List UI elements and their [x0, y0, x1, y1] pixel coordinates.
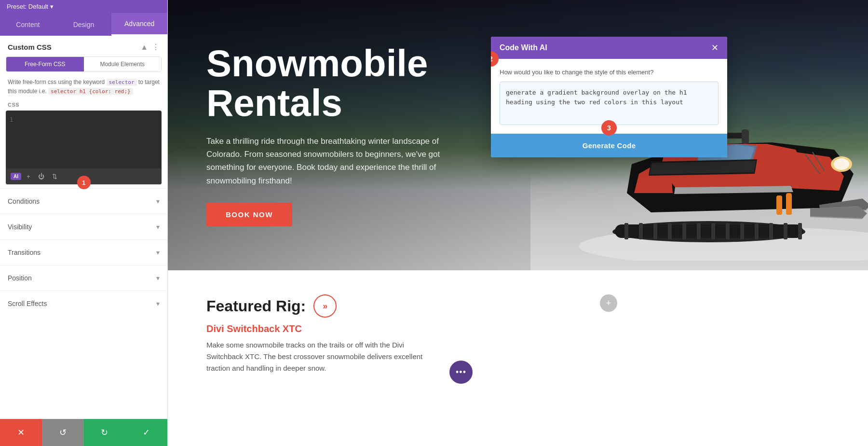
- svg-rect-9: [711, 223, 715, 239]
- scroll-effects-header[interactable]: Scroll Effects ▾: [0, 291, 167, 316]
- svg-rect-3: [624, 223, 628, 239]
- svg-rect-4: [639, 223, 643, 239]
- ai-modal-header: Code With AI ✕: [491, 37, 727, 59]
- svg-point-17: [834, 158, 849, 170]
- visibility-chevron: ▾: [156, 223, 160, 231]
- position-header[interactable]: Position ▾: [0, 265, 167, 291]
- hero-subtitle: Take a thrilling ride through the breath…: [206, 135, 467, 187]
- ai-tool-button[interactable]: AI: [11, 173, 21, 180]
- svg-rect-8: [697, 223, 701, 239]
- undo-button[interactable]: ↺: [42, 419, 84, 446]
- position-chevron: ▾: [156, 274, 160, 282]
- add-element-button[interactable]: +: [600, 294, 617, 312]
- svg-rect-22: [776, 195, 782, 215]
- tab-advanced[interactable]: Advanced: [111, 13, 167, 36]
- preset-label: Preset: Default: [7, 3, 48, 10]
- svg-rect-5: [653, 223, 657, 239]
- svg-rect-10: [726, 223, 730, 239]
- ai-modal-close-button[interactable]: ✕: [711, 43, 719, 52]
- tab-design[interactable]: Design: [56, 13, 112, 36]
- collapse-icon[interactable]: ▲: [140, 43, 148, 52]
- redo-button[interactable]: ↻: [84, 419, 126, 446]
- position-title: Position: [8, 274, 32, 282]
- svg-rect-7: [682, 223, 686, 239]
- more-options-button[interactable]: •••: [449, 361, 473, 384]
- save-button[interactable]: ✓: [125, 419, 167, 446]
- featured-section: Featured Rig: » Divi Switchback XTC Make…: [168, 270, 868, 398]
- cancel-button[interactable]: ✕: [0, 419, 42, 446]
- svg-rect-11: [740, 223, 744, 239]
- step3-badge: 3: [601, 120, 617, 136]
- conditions-title: Conditions: [8, 197, 40, 205]
- custom-css-title: Custom CSS: [8, 43, 52, 51]
- hero-text: SnowmobileRentals Take a thrilling ride …: [168, 15, 505, 255]
- hero-title: SnowmobileRentals: [206, 44, 467, 123]
- css-textarea[interactable]: [18, 115, 158, 164]
- section-header-icons: ▲ ⋮: [140, 42, 160, 52]
- svg-rect-15: [798, 223, 802, 239]
- desc-prefix: Write free-form css using the keyword: [8, 79, 105, 85]
- keyword-selector: selector: [107, 79, 137, 86]
- add-tool-button[interactable]: +: [24, 171, 33, 181]
- panel-content: Custom CSS ▲ ⋮ Free-Form CSS Module Elem…: [0, 36, 167, 446]
- transitions-section: Transitions ▾: [0, 239, 167, 265]
- bottom-bar: ✕ ↺ ↻ ✓: [0, 419, 167, 446]
- transitions-header[interactable]: Transitions ▾: [0, 240, 167, 265]
- css-description: Write free-form css using the keyword se…: [0, 78, 167, 102]
- css-editor: 1 AI + ⏻ ⇅ 1: [6, 111, 162, 184]
- generate-code-button[interactable]: Generate Code: [491, 134, 727, 157]
- book-now-button[interactable]: BOOK NOW: [206, 203, 292, 226]
- sub-tab-elements[interactable]: Module Elements: [84, 57, 162, 71]
- svg-rect-2: [615, 224, 803, 238]
- transitions-title: Transitions: [8, 249, 41, 256]
- main-content: SnowmobileRentals Take a thrilling ride …: [168, 0, 868, 446]
- svg-rect-14: [784, 223, 787, 239]
- sub-tab-freeform[interactable]: Free-Form CSS: [6, 57, 84, 71]
- tabs-row: Content Design Advanced: [0, 13, 167, 36]
- position-section: Position ▾: [0, 265, 167, 291]
- custom-css-header: Custom CSS ▲ ⋮: [0, 36, 167, 56]
- ai-modal-footer: 3 Generate Code: [491, 127, 727, 157]
- more-icon[interactable]: ⋮: [152, 42, 160, 52]
- transitions-chevron: ▾: [156, 249, 160, 256]
- visibility-title: Visibility: [8, 223, 32, 231]
- conditions-section: Conditions ▾: [0, 188, 167, 214]
- svg-rect-12: [755, 223, 759, 239]
- conditions-header[interactable]: Conditions ▾: [0, 189, 167, 214]
- visibility-header[interactable]: Visibility ▾: [0, 214, 167, 239]
- featured-name: Divi Switchback XTC: [206, 323, 829, 334]
- svg-rect-20: [742, 129, 749, 144]
- preset-chevron: ▾: [50, 3, 54, 10]
- svg-rect-21: [786, 193, 792, 215]
- svg-rect-13: [769, 223, 773, 239]
- scroll-effects-chevron: ▾: [156, 300, 160, 307]
- arrows-tool-button[interactable]: ⇅: [50, 171, 60, 181]
- css-label: CSS: [0, 102, 167, 111]
- featured-description: Make some snowmobile tracks on the trail…: [206, 339, 438, 374]
- ai-modal-body: How would you like to change the style o…: [491, 59, 727, 127]
- tab-content[interactable]: Content: [0, 13, 56, 36]
- double-arrow-icon: »: [313, 294, 337, 318]
- ai-question-text: How would you like to change the style o…: [500, 69, 719, 76]
- visibility-section: Visibility ▾: [0, 214, 167, 239]
- preset-bar[interactable]: Preset: Default ▾: [0, 0, 167, 13]
- power-tool-button[interactable]: ⏻: [36, 171, 47, 181]
- left-panel: Preset: Default ▾ Content Design Advance…: [0, 0, 168, 446]
- step1-badge: 1: [77, 176, 91, 189]
- example-code: selector h1 {color: red;}: [48, 88, 133, 95]
- ai-prompt-textarea[interactable]: generate a gradient background overlay o…: [500, 82, 719, 125]
- ai-modal: Code With AI ✕ 2 How would you like to c…: [491, 37, 727, 157]
- conditions-chevron: ▾: [156, 197, 160, 205]
- svg-rect-6: [668, 223, 672, 239]
- scroll-effects-section: Scroll Effects ▾: [0, 291, 167, 316]
- scroll-effects-title: Scroll Effects: [8, 300, 47, 307]
- featured-title-row: Featured Rig: »: [206, 294, 829, 318]
- ai-modal-title: Code With AI: [500, 43, 547, 52]
- featured-title: Featured Rig:: [206, 297, 306, 315]
- line-numbers: 1: [10, 115, 18, 164]
- sub-tabs: Free-Form CSS Module Elements: [6, 56, 162, 72]
- double-arrow-symbol: »: [323, 301, 327, 311]
